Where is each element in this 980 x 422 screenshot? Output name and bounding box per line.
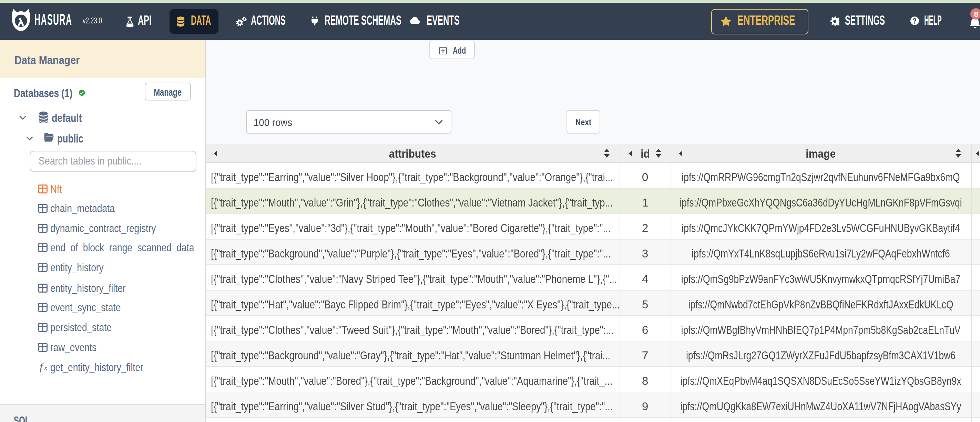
svg-text:8: 8	[974, 10, 978, 19]
